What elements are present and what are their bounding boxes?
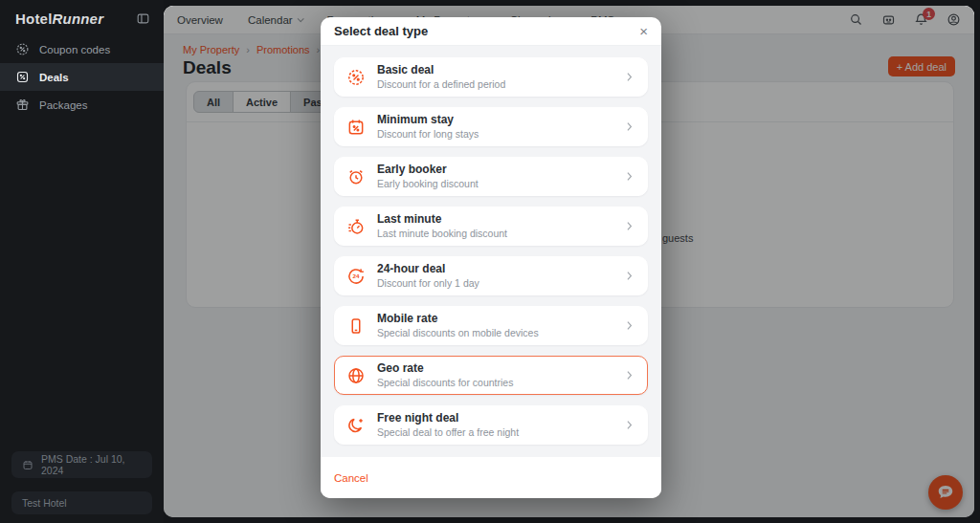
sidebar-header: HotelRunner: [0, 0, 164, 35]
deal-subtitle: Last minute booking discount: [377, 229, 507, 240]
pms-date-box[interactable]: PMS Date : Jul 10, 2024: [11, 451, 152, 478]
hotel-selector[interactable]: Test Hotel: [11, 491, 152, 514]
deal-title: 24-hour deal: [377, 263, 479, 276]
percent-badge-icon: [346, 68, 366, 87]
sidebar-item-label: Deals: [39, 72, 69, 83]
alarm-clock-icon: [346, 167, 366, 186]
deal-type-minimum-stay[interactable]: Minimum stayDiscount for long stays: [334, 107, 648, 146]
chevron-right-icon: [623, 71, 635, 83]
moon-icon: [346, 416, 366, 435]
chevron-right-icon: [623, 220, 635, 232]
deal-type-mobile-rate[interactable]: Mobile rateSpecial discounts on mobile d…: [334, 306, 648, 345]
stopwatch-icon: [346, 217, 366, 236]
sidebar-nav: Coupon codes Deals Packages: [0, 35, 164, 119]
cancel-button[interactable]: Cancel: [334, 472, 368, 484]
calendar-icon: [22, 459, 33, 471]
chevron-right-icon: [623, 120, 635, 133]
logo-part-b: Runner: [53, 11, 104, 27]
modal-header: Select deal type ×: [321, 17, 661, 46]
sidebar-item-deals[interactable]: Deals: [0, 63, 164, 91]
deal-title: Basic deal: [377, 64, 505, 77]
logo-part-a: Hotel: [15, 11, 53, 27]
deal-subtitle: Discount for a defined period: [377, 79, 505, 91]
sidebar-footer: PMS Date : Jul 10, 2024 Test Hotel: [11, 451, 152, 514]
deal-type-geo-rate[interactable]: Geo rateSpecial discounts for countries: [334, 356, 648, 395]
globe-icon: [346, 366, 366, 385]
gift-icon: [15, 98, 30, 112]
deal-title: Minimum stay: [377, 114, 479, 127]
chevron-right-icon: [623, 419, 635, 431]
calendar-percent-icon: [346, 118, 366, 137]
deal-title: Free night deal: [377, 412, 519, 425]
deal-type-24-hour-deal[interactable]: 24 24-hour dealDiscount for only 1 day: [334, 256, 648, 295]
chevron-right-icon: [623, 170, 635, 183]
deal-title: Mobile rate: [377, 313, 539, 326]
deal-subtitle: Special discounts for countries: [377, 378, 513, 389]
deal-title: Geo rate: [377, 362, 513, 376]
sidebar-item-coupon-codes[interactable]: Coupon codes: [0, 35, 164, 63]
hotelrunner-logo[interactable]: HotelRunner: [15, 11, 103, 27]
deal-type-basic-deal[interactable]: Basic dealDiscount for a defined period: [334, 57, 648, 97]
select-deal-type-modal: Select deal type × Basic dealDiscount fo…: [321, 17, 661, 498]
deal-title: Last minute: [377, 213, 507, 227]
modal-footer: Cancel: [321, 457, 661, 498]
pms-date-label: PMS Date : Jul 10, 2024: [41, 453, 142, 476]
sidebar-item-label: Packages: [39, 99, 88, 111]
deal-title: Early booker: [377, 163, 479, 177]
hotel-name-label: Test Hotel: [22, 497, 67, 509]
deal-type-free-night-deal[interactable]: Free night dealSpecial deal to offer a f…: [334, 405, 648, 445]
deal-subtitle: Discount for only 1 day: [377, 278, 479, 290]
chevron-right-icon: [623, 270, 635, 282]
coupon-percent-icon: [15, 42, 30, 56]
collapse-sidebar-icon[interactable]: [136, 11, 150, 26]
chevron-right-icon: [623, 369, 635, 381]
deal-subtitle: Discount for long stays: [377, 129, 479, 141]
circular-24-icon: 24: [346, 267, 366, 286]
deal-type-early-booker[interactable]: Early bookerEarly booking discount: [334, 157, 648, 196]
deal-type-last-minute[interactable]: Last minuteLast minute booking discount: [334, 207, 648, 246]
smartphone-icon: [346, 316, 366, 336]
close-icon[interactable]: ×: [639, 24, 648, 38]
sidebar-item-label: Coupon codes: [39, 44, 110, 55]
chevron-right-icon: [623, 319, 635, 332]
deal-subtitle: Early booking discount: [377, 179, 479, 190]
sidebar: HotelRunner Coupon codes Deals Packages …: [0, 0, 164, 523]
deals-tag-icon: [15, 70, 30, 84]
modal-title: Select deal type: [334, 24, 428, 38]
svg-text:24: 24: [353, 272, 360, 279]
sidebar-item-packages[interactable]: Packages: [0, 91, 164, 119]
deal-type-list: Basic dealDiscount for a defined period …: [321, 46, 661, 457]
deal-subtitle: Special deal to offer a free night: [377, 427, 519, 439]
deal-subtitle: Special discounts on mobile devices: [377, 328, 539, 339]
